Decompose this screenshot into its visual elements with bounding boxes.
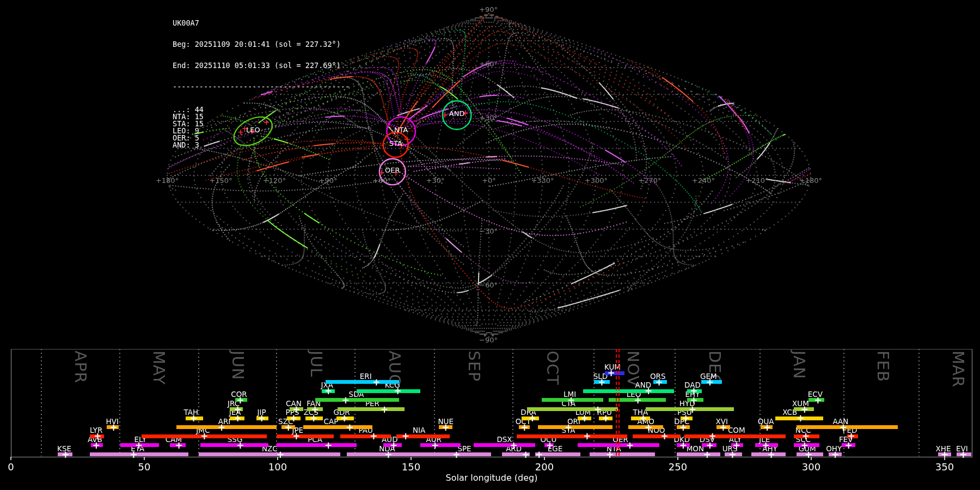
shower-peak-marker-CAP: + [346, 424, 353, 430]
shower-peak-marker-JXA: + [324, 388, 332, 394]
shower-peak-marker-NIA: + [402, 433, 409, 439]
shower-peak-marker-DPC: + [679, 424, 687, 430]
shower-peak-marker-CTA: + [594, 406, 602, 412]
axis-tick-label: 100 [268, 461, 287, 473]
axis-tick-label: 250 [669, 461, 687, 473]
lon-grid-label: +30° [426, 176, 445, 185]
shower-peak-marker-OCT: + [520, 424, 528, 430]
shower-peak-marker-HYD: + [689, 406, 696, 412]
shower-peak-marker-AND: + [645, 388, 652, 394]
shower-peak-marker-ZCS: + [310, 415, 317, 421]
axis-tick [944, 457, 945, 460]
shower-bar-PER [338, 407, 405, 411]
axis-tick-label: 50 [138, 461, 151, 473]
shower-peak-marker-OHY: + [831, 451, 839, 457]
month-boundary-line [119, 349, 120, 456]
shower-peak-marker-OER: + [626, 443, 634, 448]
lat-grid-label: −30° [479, 227, 498, 235]
shower-peak-marker-JEA: + [234, 415, 241, 421]
shower-peak-marker-FAN: + [311, 406, 318, 412]
lon-grid-label: +0° [482, 176, 496, 185]
shower-peak-marker-NDA: + [384, 451, 392, 457]
month-label-SEP: SEP [465, 351, 483, 382]
lon-grid-label: +180° [799, 176, 822, 185]
axis-tick [144, 457, 145, 460]
shower-peak-marker-OCU: + [546, 443, 554, 448]
shower-peak-marker-EVI: + [959, 451, 967, 457]
shower-peak-marker-ARD: + [522, 451, 530, 457]
begin-time: Beg: 20251109 20:01:41 (sol = 227.32°) [173, 41, 350, 48]
shower-count-row: AND: 3 [173, 142, 350, 149]
lat-grid-label: −60° [479, 281, 498, 289]
shower-peak-marker-CAM: + [175, 443, 183, 448]
shower-peak-marker-NUE: + [442, 424, 450, 430]
shower-peak-marker-SLD: + [598, 379, 605, 384]
shower-peak-marker-SDA: + [342, 397, 350, 403]
shower-peak-marker-JIP: + [258, 415, 265, 421]
shower-peak-marker-ECV: + [814, 397, 822, 403]
lat-grid-label: −90° [479, 336, 498, 344]
shower-peak-marker-SSG: + [236, 443, 244, 448]
shower-peak-marker-ELY: + [135, 443, 143, 448]
shower-peak-marker-URS: + [728, 451, 736, 457]
axis-tick [277, 457, 278, 460]
axis-tick-label: 350 [935, 461, 954, 473]
lon-grid-label: +300° [585, 176, 608, 185]
shower-bar-PCA [277, 443, 357, 447]
shower-peak-marker-DRA: + [529, 415, 536, 421]
shower-peak-marker-THA: + [639, 415, 647, 421]
shower-peak-marker-XVI: + [719, 424, 727, 430]
shower-peak-marker-LYR: + [94, 433, 101, 439]
month-label-MAR: MAR [949, 351, 967, 388]
shower-bar-SSG [200, 443, 268, 447]
month-boundary-line [41, 349, 42, 456]
shower-bar-label-COM: COM [728, 426, 745, 434]
shower-peak-marker-AUD: + [390, 443, 397, 448]
shower-bar-ORI [538, 425, 612, 429]
shower-peak-marker-COM: + [709, 433, 716, 439]
shower-bar-CAP [303, 425, 372, 429]
shower-peak-marker-PER: + [381, 406, 388, 412]
axis-tick [411, 457, 412, 460]
shower-peak-marker-PPS: + [290, 415, 297, 421]
shower-peak-marker-NCC: + [802, 433, 810, 439]
shower-peak-marker-ORI: + [565, 424, 572, 430]
lon-grid-label: +60° [372, 176, 391, 185]
shower-peak-marker-XUM: + [801, 406, 808, 412]
shower-bar-KCG [357, 389, 421, 393]
axis-tick [677, 457, 678, 460]
station-id: UK00A7 [173, 20, 350, 27]
axis-tick-label: 300 [802, 461, 820, 473]
shower-peak-marker-SCC: + [801, 443, 808, 448]
lat-grid-label: +60° [479, 60, 498, 68]
shower-peak-marker-ETA: + [130, 451, 137, 457]
month-label-MAY: MAY [150, 351, 168, 385]
shower-peak-marker-ARI: + [218, 424, 225, 430]
shower-bar-AAN [797, 425, 898, 429]
radiant-label-NTA: NTA [394, 126, 408, 134]
shower-peak-marker-JLE: + [762, 443, 770, 448]
month-boundary-line [918, 349, 920, 456]
lat-grid-label: +30° [479, 114, 498, 122]
shower-peak-marker-GUM: + [805, 451, 812, 457]
shower-bar-NTA [590, 452, 655, 456]
shower-bar-AND [583, 389, 674, 393]
lon-grid-label: +210° [745, 176, 768, 185]
shower-bar-NDA [347, 452, 448, 456]
lon-grid-label: +150° [209, 176, 232, 185]
month-label-OCT: OCT [543, 351, 562, 385]
counts-separator: ---------------------------------------- [173, 83, 350, 90]
month-label-JAN: JAN [790, 351, 808, 379]
shower-peak-marker-LUM: + [580, 415, 588, 421]
current-sol-line [616, 349, 617, 456]
shower-peak-marker-FED: + [847, 433, 855, 439]
shower-peak-marker-XCB: + [797, 415, 804, 421]
axis-tick-label: 150 [402, 461, 420, 473]
shower-peak-marker-COR: + [236, 397, 244, 403]
shower-bar-NOO [633, 434, 681, 438]
shower-bar-NZC [199, 452, 340, 456]
month-boundary-line [354, 349, 356, 456]
lon-grid-label: +180° [156, 176, 179, 185]
shower-peak-marker-AVB: + [93, 443, 100, 448]
shower-peak-marker-DSX: + [510, 443, 518, 448]
